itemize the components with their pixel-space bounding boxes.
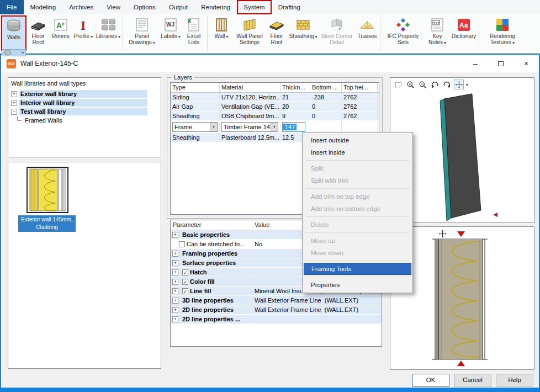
menu-output[interactable]: Output <box>162 0 195 14</box>
pan-icon[interactable] <box>437 229 447 239</box>
ribbon-floor-roof-2-button[interactable]: Floor Roof <box>265 15 288 51</box>
rotate-left-icon[interactable] <box>430 80 440 89</box>
menu-item-split-with-trim[interactable]: Split with trim <box>303 174 412 187</box>
column-header-thickness[interactable]: Thickn... <box>280 83 310 92</box>
menu-item-add-trim-top[interactable]: Add trim on top edge <box>303 190 412 203</box>
ribbon-trusses-button[interactable]: Trusses <box>356 15 379 51</box>
column-header-bottom[interactable]: Bottom ... <box>310 83 342 92</box>
menu-item-add-trim-bottom[interactable]: Add trim on bottom edge <box>303 203 412 215</box>
menu-item-properties[interactable]: Properties <box>303 279 412 291</box>
menu-system[interactable]: System <box>237 0 271 14</box>
zoom-in-icon[interactable] <box>405 80 415 89</box>
menu-item-framing-tools[interactable]: Framing Tools <box>304 263 411 275</box>
menu-item-insert-outside[interactable]: Insert outside <box>303 134 412 146</box>
column-header-parameter[interactable]: Parameter <box>171 220 252 230</box>
ribbon-excel-lists-button[interactable]: X Excel Lists <box>182 15 206 51</box>
tree-item-interior-wall-library[interactable]: + Interior wall library <box>11 98 161 107</box>
ribbon-walls-button[interactable]: Walls <box>1 15 27 51</box>
combo-dropdown-icon[interactable]: ▾ <box>271 123 278 131</box>
tree-item-test-wall-library[interactable]: − Test wall library <box>11 107 161 116</box>
expand-plus-icon[interactable]: + <box>172 251 178 257</box>
tree-item-framed-walls[interactable]: Framed Walls <box>11 116 161 125</box>
menu-item-split[interactable]: Split <box>303 162 412 174</box>
expand-plus-icon[interactable]: + <box>11 91 17 97</box>
ribbon-wall-button[interactable]: Wall▾ <box>209 15 234 51</box>
expand-plus-icon[interactable]: + <box>172 298 178 304</box>
column-header-material[interactable]: Material <box>220 83 280 92</box>
minimize-button[interactable]: – <box>463 55 488 72</box>
expand-plus-icon[interactable]: + <box>172 279 178 285</box>
maximize-button[interactable] <box>488 55 513 72</box>
cell-top: 2762 <box>342 93 378 102</box>
expand-plus-icon[interactable]: + <box>172 260 178 266</box>
ribbon-panel-drawings-button[interactable]: Panel Drawings▾ <box>124 15 160 51</box>
ok-button[interactable]: OK <box>412 374 449 386</box>
menu-item-move-up[interactable]: Move up <box>303 235 412 247</box>
ribbon-wall-panel-settings-button[interactable]: Wall Panel Settings <box>234 15 265 51</box>
menu-modeling[interactable]: Modeling <box>24 0 63 14</box>
wall-type-name-badge[interactable]: Exterior wall 145mm, Cladding <box>18 215 76 232</box>
ribbon-rooms-button[interactable]: A² Rooms <box>50 15 72 51</box>
ribbon-labels-button[interactable]: WJ Labels▾ <box>160 15 182 51</box>
expand-minus-icon[interactable]: − <box>11 109 17 115</box>
ribbon-profile-button[interactable]: I Profile▾ <box>72 15 95 51</box>
checkmark-icon: ✓ <box>183 270 188 276</box>
ribbon-ifc-property-sets-button[interactable]: IFC Property Sets <box>382 15 425 51</box>
cancel-button[interactable]: Cancel <box>454 374 491 386</box>
expand-plus-icon[interactable]: + <box>11 100 17 106</box>
menu-view[interactable]: View <box>100 0 127 14</box>
zoom-out-icon[interactable] <box>417 80 427 89</box>
menu-drafting[interactable]: Drafting <box>272 0 307 14</box>
menu-rendering[interactable]: Rendering <box>194 0 237 14</box>
checkbox-checked[interactable]: ✓ <box>182 269 188 276</box>
expand-plus-icon[interactable]: + <box>172 269 178 276</box>
checkbox-checked[interactable]: ✓ <box>182 279 188 285</box>
pan-icon[interactable] <box>454 80 464 89</box>
menu-archives[interactable]: Archives <box>62 0 100 14</box>
expand-plus-icon[interactable]: + <box>172 316 178 322</box>
menu-separator <box>306 188 409 189</box>
3d-view-toolbar: ▾ <box>393 80 468 89</box>
layer-row-frame-selected[interactable]: Frame ▾ Timber Frame 147i ▾ <box>171 121 379 133</box>
menu-item-delete[interactable]: Delete <box>303 219 412 231</box>
param-row-3d-line-properties[interactable]: +3D line properties Wall Exterior Frame … <box>171 296 382 305</box>
menu-file[interactable]: File <box>0 0 24 14</box>
ribbon-dictionary-button[interactable]: Aa Dictionary <box>450 15 478 51</box>
ribbon-libraries-button[interactable]: Libraries▾ <box>95 15 121 51</box>
ribbon-floor-roof-button[interactable]: Floor Roof <box>27 15 50 51</box>
thickness-edit-field[interactable]: 147 <box>282 122 305 132</box>
expand-plus-icon[interactable]: + <box>172 232 178 238</box>
menu-item-insert-inside[interactable]: Insert inside <box>303 146 412 158</box>
wall-type-thumbnail[interactable] <box>27 167 68 214</box>
combo-dropdown-icon[interactable]: ▾ <box>210 123 217 131</box>
menu-options[interactable]: Options <box>127 0 162 14</box>
menu-item-move-down[interactable]: Move down <box>303 247 412 259</box>
column-header-top[interactable]: Top hei... <box>342 83 378 92</box>
view-options-dropdown-icon[interactable]: ▾ <box>466 82 468 87</box>
ribbon-key-notes-button[interactable]: TXT Key Notes▾ <box>425 15 450 51</box>
layer-row-air-gap[interactable]: Air Gap Ventilation Gap (VE... 20 0 2762 <box>171 102 379 112</box>
cell-type: Siding <box>171 93 220 102</box>
layer-row-siding[interactable]: Siding UTV 21x120, Horizo... 21 -238 276… <box>171 93 379 102</box>
walls-gallery-dropdown[interactable]: ▾ <box>2 49 26 56</box>
expand-plus-icon[interactable]: + <box>172 288 178 294</box>
ribbon-store-corner-detail-button[interactable]: ✦ Store Corner Detail <box>318 15 356 51</box>
checkbox-unchecked[interactable] <box>179 241 185 247</box>
param-row-2d-line-properties[interactable]: +2D line properties Wall Exterior Frame … <box>171 305 382 315</box>
column-header-type[interactable]: Type <box>171 83 220 92</box>
expand-plus-icon[interactable]: + <box>172 307 178 313</box>
tree-item-exterior-wall-library[interactable]: + Exterior wall library <box>11 89 161 98</box>
checkbox-checked[interactable]: ✓ <box>182 288 188 294</box>
param-row-2d-line-properties-2[interactable]: +2D line properties ... <box>171 315 382 324</box>
select-region-icon[interactable] <box>393 80 403 89</box>
layer-row-sheathing-outer[interactable]: Sheathing OSB Chipboard 9m... 9 0 2762 <box>171 112 379 121</box>
rotate-right-icon[interactable] <box>442 80 452 89</box>
help-button[interactable]: Help <box>496 374 533 386</box>
ribbon-rendering-textures-button[interactable]: Rendering Textures▾ <box>480 15 525 51</box>
close-button[interactable]: × <box>513 55 539 72</box>
frame-material-combobox[interactable]: Timber Frame 147i ▾ <box>221 122 278 132</box>
ribbon-sheathing-button[interactable]: Sheathing▾ <box>288 15 318 51</box>
dialog-titlebar[interactable]: BD Wall Exterior-145-C – × <box>1 55 539 72</box>
checkmark-icon: ✓ <box>183 289 188 294</box>
frame-type-combobox[interactable]: Frame ▾ <box>172 122 218 132</box>
